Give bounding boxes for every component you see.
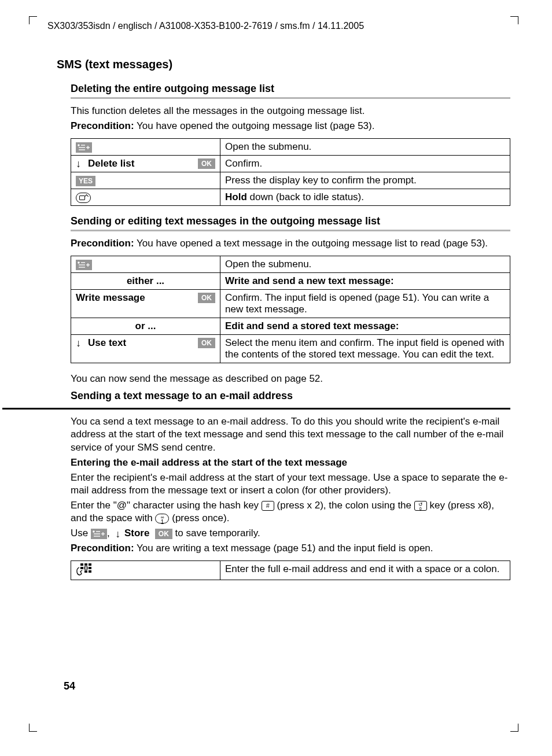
precondition: Precondition: You have opened a text mes…: [71, 237, 510, 250]
table-row: Open the submenu.: [71, 256, 510, 273]
svg-point-0: [78, 145, 79, 146]
subsection-title: Sending or editing text messages in the …: [71, 215, 510, 227]
ok-icon: OK: [198, 338, 215, 348]
table-row: Open the submenu.: [71, 139, 510, 156]
step-heading: Edit and send a stored text message:: [225, 320, 399, 331]
menu-icon: [76, 142, 92, 153]
end-call-icon: [76, 193, 91, 203]
subsection-title: Deleting the entire outgoing message lis…: [71, 83, 510, 95]
precondition-label: Precondition:: [71, 120, 134, 131]
step-description: Select the menu item and confirm. The in…: [220, 335, 510, 363]
steps-table: Open the submenu. either ... Write and s…: [71, 256, 510, 363]
or-label: or ...: [135, 320, 156, 331]
table-row: either ... Write and send a new text mes…: [71, 273, 510, 290]
either-label: either ...: [127, 275, 164, 286]
precondition-text: You have opened a text message in the ou…: [134, 238, 488, 249]
step-description: Open the submenu.: [220, 256, 510, 273]
step-description: Hold down (back to idle status).: [220, 189, 510, 206]
svg-rect-22: [89, 567, 91, 569]
ok-icon: OK: [198, 293, 215, 303]
svg-rect-24: [89, 570, 91, 573]
store-label: Store: [124, 528, 149, 539]
precondition-text: You are writing a text message (page 51)…: [134, 543, 433, 554]
precondition-label: Precondition:: [71, 238, 134, 249]
crop-mark: [29, 16, 37, 24]
yes-icon: YES: [76, 176, 95, 186]
svg-rect-20: [89, 563, 91, 566]
step-description: Confirm.: [220, 156, 510, 172]
paragraph: Enter the "@" character using the hash k…: [71, 499, 510, 525]
menu-icon: [91, 529, 107, 539]
text-fragment: (press once).: [172, 512, 229, 523]
step-text: down (back to idle status).: [247, 191, 364, 202]
paragraph: You ca send a text message to an e-mail …: [71, 415, 510, 453]
table-row: ↓ Use text OK Select the menu item and c…: [71, 335, 510, 363]
table-row: or ... Edit and send a stored text messa…: [71, 318, 510, 335]
svg-rect-25: [84, 567, 87, 569]
doc-header: SX303/353isdn / englisch / A31008-X353-B…: [47, 21, 510, 31]
text-fragment: Use: [71, 528, 91, 539]
divider-bold: [2, 408, 510, 410]
divider: [71, 230, 510, 231]
steps-table: Open the submenu. ↓ Delete list OK Confi…: [71, 138, 510, 206]
menu-item-label: Delete list: [88, 158, 134, 169]
down-arrow-icon: ↓: [115, 529, 120, 539]
precondition-label: Precondition:: [71, 543, 134, 554]
menu-item-label: Use text: [88, 337, 126, 349]
ok-icon: OK: [198, 158, 215, 169]
svg-rect-18: [80, 563, 83, 566]
crop-mark: [29, 724, 37, 732]
down-arrow-icon: ↓: [76, 338, 81, 348]
one-key-icon: ∞1: [155, 514, 169, 523]
precondition-text: You have opened the outgoing message lis…: [134, 120, 375, 131]
paragraph: Use , ↓ Store OK to save temporarily.: [71, 527, 510, 540]
paragraph-heading: Entering the e-mail address at the start…: [71, 456, 510, 469]
paragraph: This function deletes all the messages i…: [71, 105, 510, 117]
table-row: Enter the full e-mail address and end it…: [71, 561, 510, 580]
precondition: Precondition: You have opened the outgoi…: [71, 120, 510, 132]
table-row: ↓ Delete list OK Confirm.: [71, 156, 510, 172]
paragraph: Enter the recipient's e-mail address at …: [71, 471, 510, 497]
svg-point-6: [78, 262, 79, 263]
hash-key-icon: [262, 501, 274, 511]
step-description: Press the display key to confirm the pro…: [220, 172, 510, 189]
text-fragment: (press x 2), the colon using the: [277, 500, 414, 511]
text-fragment: Enter the "@" character using the hash k…: [71, 500, 262, 511]
menu-item-label: Write message: [76, 292, 145, 304]
paragraph: You can now send the message as describe…: [71, 373, 510, 385]
table-row: YES Press the display key to confirm the…: [71, 172, 510, 189]
step-description: Enter the full e-mail address and end it…: [220, 561, 510, 580]
menu-icon: [76, 260, 92, 270]
hold-label: Hold: [225, 191, 247, 202]
svg-rect-23: [84, 570, 87, 573]
steps-table: Enter the full e-mail address and end it…: [71, 560, 510, 580]
crop-mark: [510, 724, 518, 732]
page-number: 54: [64, 680, 75, 692]
svg-rect-21: [80, 567, 83, 569]
down-arrow-icon: ↓: [76, 158, 81, 169]
table-row: Hold down (back to idle status).: [71, 189, 510, 206]
svg-point-12: [93, 531, 94, 532]
precondition: Precondition: You are writing a text mes…: [71, 542, 510, 555]
table-row: Write message OK Confirm. The input fiel…: [71, 290, 510, 318]
step-description: Write and send a new text message:: [220, 273, 510, 290]
subsection-title: Sending a text message to an e-mail addr…: [71, 390, 510, 402]
keypad-icon: [76, 563, 92, 577]
crop-mark: [510, 16, 518, 24]
text-fragment: to save temporarily.: [175, 528, 260, 539]
step-description: Edit and send a stored text message:: [220, 318, 510, 335]
zero-key-icon: ↺0: [414, 501, 427, 511]
step-description: Open the submenu.: [220, 139, 510, 156]
step-heading: Write and send a new text message:: [225, 275, 394, 286]
divider: [71, 97, 510, 99]
section-title: SMS (text messages): [57, 58, 510, 71]
ok-icon: OK: [155, 529, 172, 539]
svg-rect-19: [84, 563, 87, 566]
step-description: Confirm. The input field is opened (page…: [220, 290, 510, 318]
